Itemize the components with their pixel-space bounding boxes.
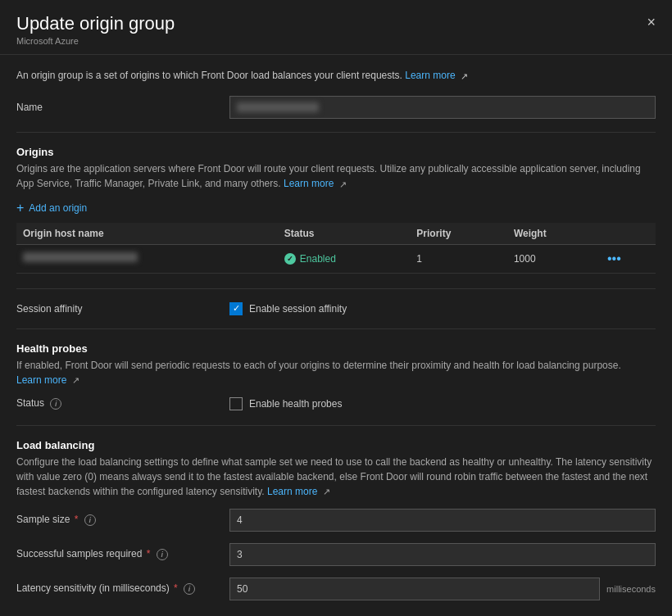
health-probes-learn-more-link[interactable]: Learn more	[16, 374, 66, 386]
ext-link-icon-2: ↗	[339, 178, 347, 192]
origin-weight-cell: 1000	[507, 244, 601, 273]
status-enabled: ✓ Enabled	[284, 253, 404, 265]
more-actions-icon[interactable]: •••	[607, 251, 621, 265]
ext-link-icon-3: ↗	[72, 374, 79, 387]
sample-size-row: Sample size * i	[16, 509, 656, 532]
successful-samples-input[interactable]	[229, 543, 656, 566]
origins-table: Origin host name Status Priority Weight	[16, 223, 656, 274]
session-affinity-row: Session affinity Enable session affinity	[16, 302, 656, 315]
health-probes-status-label: Status i	[16, 397, 229, 410]
ext-link-icon: ↗	[461, 70, 468, 84]
latency-sensitivity-label: Latency sensitivity (in milliseconds) * …	[16, 582, 229, 595]
session-affinity-label: Session affinity	[16, 303, 229, 315]
sample-size-label: Sample size * i	[16, 514, 229, 526]
ext-link-icon-4: ↗	[323, 485, 330, 499]
origins-learn-more-link[interactable]: Learn more	[284, 178, 334, 189]
successful-samples-info-icon[interactable]: i	[157, 549, 168, 560]
successful-samples-label: Successful samples required * i	[16, 548, 229, 560]
sample-size-input[interactable]	[229, 509, 656, 532]
col-header-weight: Weight	[507, 223, 601, 245]
divider-3	[16, 328, 656, 329]
session-affinity-checkbox[interactable]	[229, 302, 243, 315]
milliseconds-label: milliseconds	[606, 584, 656, 594]
table-row: ✓ Enabled 1 1000 •••	[16, 244, 656, 273]
origins-desc: Origins are the application servers wher…	[16, 161, 656, 191]
col-header-host: Origin host name	[16, 223, 278, 245]
origins-section: Origins Origins are the application serv…	[16, 146, 656, 273]
origin-actions-cell: •••	[601, 244, 656, 273]
health-probes-checkbox-row: Enable health probes	[229, 397, 342, 410]
name-row: Name	[16, 96, 656, 119]
panel-body: An origin group is a set of origins to w…	[0, 55, 672, 616]
name-label: Name	[16, 102, 229, 113]
latency-info-icon[interactable]: i	[184, 583, 195, 595]
load-balancing-section: Load balancing Configure the load balanc…	[16, 439, 656, 600]
panel-subtitle: Microsoft Azure	[16, 36, 656, 46]
sample-size-required: *	[75, 514, 79, 525]
add-origin-button[interactable]: + Add an origin	[16, 202, 87, 215]
add-origin-label: Add an origin	[29, 202, 87, 214]
health-probes-section: Health probes If enabled, Front Door wil…	[16, 342, 656, 410]
origin-host-cell	[16, 244, 278, 273]
latency-sensitivity-row: Latency sensitivity (in milliseconds) * …	[16, 578, 656, 600]
col-header-actions	[601, 223, 656, 245]
latency-sensitivity-input[interactable]	[229, 578, 600, 600]
sample-size-info-icon[interactable]: i	[84, 514, 96, 526]
status-text: Enabled	[300, 253, 336, 265]
health-probes-status-row: Status i Enable health probes	[16, 397, 656, 410]
origins-title: Origins	[16, 146, 656, 158]
successful-samples-required: *	[147, 548, 151, 559]
health-probes-desc: If enabled, Front Door will send periodi…	[16, 358, 656, 387]
health-probes-checkbox[interactable]	[229, 397, 243, 410]
health-probes-info-icon[interactable]: i	[50, 398, 61, 410]
col-header-status: Status	[278, 223, 411, 245]
session-affinity-checkbox-label: Enable session affinity	[249, 303, 347, 315]
divider-4	[16, 425, 656, 426]
intro-learn-more-link[interactable]: Learn more	[405, 70, 455, 81]
status-dot: ✓	[284, 253, 296, 265]
close-button[interactable]: ×	[643, 11, 659, 33]
successful-samples-row: Successful samples required * i	[16, 543, 656, 566]
col-header-priority: Priority	[410, 223, 507, 245]
origins-table-body: ✓ Enabled 1 1000 •••	[16, 244, 656, 273]
add-icon: +	[16, 202, 24, 215]
divider-2	[16, 288, 656, 289]
health-probes-title: Health probes	[16, 342, 656, 355]
session-affinity-checkbox-row: Enable session affinity	[229, 302, 347, 315]
name-field-container	[229, 96, 656, 119]
load-balancing-title: Load balancing	[16, 439, 656, 451]
panel-title: Update origin group	[16, 13, 656, 34]
load-balancing-desc: Configure the load balancing settings to…	[16, 455, 656, 499]
panel-header: Update origin group Microsoft Azure ×	[0, 0, 672, 55]
origin-host-value	[23, 252, 138, 262]
origin-priority-cell: 1	[410, 244, 507, 273]
panel: Update origin group Microsoft Azure × An…	[0, 0, 672, 616]
origins-table-head: Origin host name Status Priority Weight	[16, 223, 656, 245]
divider-1	[16, 132, 656, 133]
name-field-value	[237, 102, 319, 112]
latency-required: *	[174, 582, 178, 594]
health-probes-checkbox-label: Enable health probes	[249, 398, 342, 410]
origin-status-cell: ✓ Enabled	[278, 244, 411, 273]
intro-text: An origin group is a set of origins to w…	[16, 68, 656, 83]
load-balancing-learn-more-link[interactable]: Learn more	[267, 486, 317, 497]
